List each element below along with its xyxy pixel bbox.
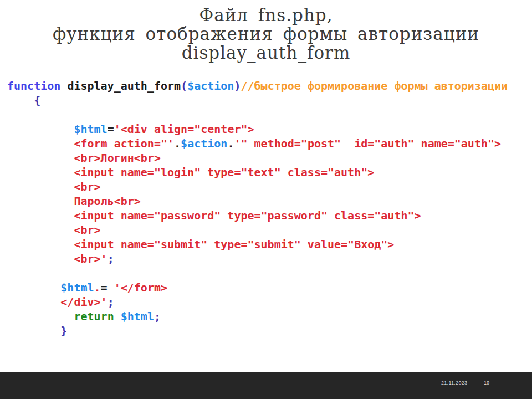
presentation-slide: Файл fns.php, функция отображения формы … — [0, 0, 532, 399]
code-token: return — [74, 310, 120, 323]
title-line-1: Файл fns.php, — [0, 6, 532, 24]
code-token: $action — [187, 79, 234, 93]
code-line: <br>Логин<br> — [7, 151, 508, 165]
footer-bar: 21.11.2023 10 — [0, 372, 532, 399]
code-token: <form action="' — [74, 137, 174, 150]
code-token: = — [108, 122, 114, 136]
code-token: . — [174, 137, 181, 150]
code-line: <input name="submit" type="submit" value… — [7, 237, 508, 252]
php-code-block: function display_auth_form($action)//быс… — [7, 79, 508, 338]
code-line: <input name="password" type="password" c… — [7, 208, 508, 223]
code-token: $action — [181, 137, 227, 150]
code-token: ; — [108, 295, 114, 309]
title-line-3: display_auth_form — [0, 43, 532, 62]
code-line: { — [7, 93, 508, 108]
code-token: <input name="password" type="password" c… — [74, 209, 421, 222]
code-line: return $html; — [7, 309, 508, 324]
code-line: <input name="login" type="text" class="a… — [7, 165, 508, 180]
code-token: <input name="submit" type="submit" value… — [74, 238, 394, 251]
code-line: $html='<div align="center"> — [7, 122, 508, 136]
code-token: ( — [181, 79, 187, 93]
code-token: } — [60, 324, 67, 337]
code-line: </div>'; — [7, 295, 508, 309]
code-token: Пароль<br> — [74, 195, 140, 208]
code-token: = — [101, 281, 114, 294]
code-token: $html — [60, 281, 94, 294]
code-token: { — [34, 94, 40, 107]
footer-date: 21.11.2023 — [441, 380, 467, 386]
code-token: . — [94, 281, 101, 294]
code-token: </div>' — [60, 295, 107, 309]
code-line: function display_auth_form($action)//быс… — [7, 79, 508, 93]
code-line — [7, 266, 508, 280]
code-token: '</form> — [114, 281, 167, 294]
code-token: function — [7, 79, 67, 93]
code-line — [7, 108, 508, 122]
code-token: <br> — [74, 180, 100, 193]
code-line: <br> — [7, 223, 508, 237]
code-token: ; — [154, 310, 161, 323]
code-token: $html — [121, 310, 154, 323]
code-token: display_auth_form — [67, 79, 181, 93]
code-token: <input name="login" type="text" class="a… — [74, 166, 374, 179]
code-line: } — [7, 324, 508, 338]
code-token: . — [227, 137, 234, 150]
code-line: Пароль<br> — [7, 194, 508, 208]
code-token: <br>' — [74, 252, 107, 265]
code-token: $html — [74, 122, 107, 136]
code-token: ) — [234, 79, 241, 93]
code-line: <br> — [7, 180, 508, 194]
slide-title: Файл fns.php, функция отображения формы … — [0, 6, 532, 62]
code-token: ; — [108, 252, 114, 265]
code-line: $html.= '</form> — [7, 280, 508, 295]
code-token: '" method="post" id="auth" name="auth"> — [234, 137, 501, 150]
code-token: <br>Логин<br> — [74, 151, 161, 165]
title-line-2: функция отображения формы авторизации — [0, 24, 532, 43]
code-token: '<div align="center"> — [114, 122, 254, 136]
code-line: <form action="'.$action.'" method="post"… — [7, 136, 508, 151]
code-token: <br> — [74, 223, 100, 237]
code-line: <br>'; — [7, 252, 508, 266]
slide-number: 10 — [484, 380, 489, 386]
code-token: //быстрое формирование формы авторизации — [241, 79, 508, 93]
